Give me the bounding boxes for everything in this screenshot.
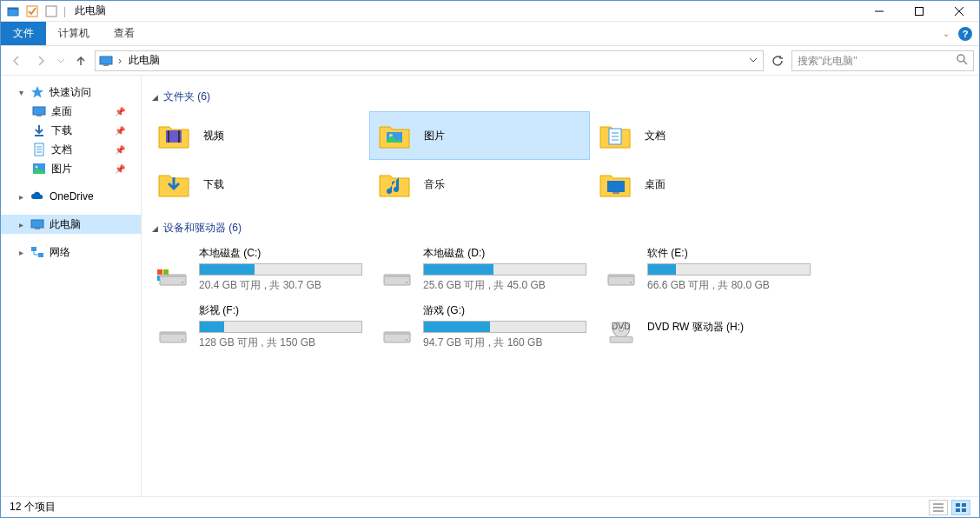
navigation-pane: ▾ 快速访问 桌面📌下载📌文档📌图片📌 ▸ OneDrive ▸ 此电脑 ▸ 网… bbox=[1, 76, 142, 496]
svg-rect-64 bbox=[956, 508, 960, 512]
svg-point-48 bbox=[630, 282, 632, 283]
drive-usage-bar bbox=[423, 321, 586, 333]
search-input[interactable] bbox=[798, 55, 945, 67]
drive-subtext: 25.6 GB 可用 , 共 45.0 GB bbox=[423, 278, 586, 293]
group-title: 设备和驱动器 (6) bbox=[163, 221, 242, 236]
search-icon[interactable] bbox=[956, 53, 968, 68]
address-box[interactable]: › 此电脑 bbox=[95, 50, 764, 71]
nav-up-button[interactable] bbox=[70, 50, 91, 71]
tree-label: 文档 bbox=[51, 143, 72, 157]
desktop-icon bbox=[32, 104, 46, 118]
help-icon[interactable]: ? bbox=[958, 27, 972, 41]
tree-item[interactable]: 图片📌 bbox=[1, 159, 141, 178]
folder-icon bbox=[156, 118, 191, 153]
drive-tile[interactable]: 影视 (F:)128 GB 可用 , 共 150 GB bbox=[149, 300, 369, 354]
view-tiles-button[interactable] bbox=[951, 500, 970, 515]
expand-icon[interactable]: ▾ bbox=[17, 88, 25, 97]
svg-point-10 bbox=[957, 55, 964, 62]
drive-label: DVD RW 驱动器 (H:) bbox=[647, 320, 811, 335]
tree-label: 下载 bbox=[51, 123, 72, 138]
svg-line-11 bbox=[963, 61, 967, 64]
svg-rect-44 bbox=[384, 275, 410, 277]
nav-forward-button[interactable] bbox=[30, 50, 51, 71]
nav-back-button[interactable] bbox=[6, 50, 27, 71]
drive-tile[interactable]: DVDDVD RW 驱动器 (H:) bbox=[597, 300, 818, 354]
breadcrumb-segment[interactable]: 此电脑 bbox=[127, 53, 162, 68]
maximize-button[interactable] bbox=[899, 1, 939, 22]
tree-label: 图片 bbox=[51, 162, 72, 176]
close-button[interactable] bbox=[939, 1, 979, 22]
content-area: ◢ 文件夹 (6) 视频图片文档下载音乐桌面 ◢ 设备和驱动器 (6) 本地磁盘… bbox=[142, 76, 979, 496]
folder-label: 音乐 bbox=[424, 177, 445, 192]
drive-tile[interactable]: 游戏 (G:)94.7 GB 可用 , 共 160 GB bbox=[373, 300, 593, 354]
expand-icon[interactable]: ▸ bbox=[17, 220, 25, 229]
collapse-icon[interactable]: ◢ bbox=[152, 224, 158, 233]
svg-point-42 bbox=[182, 282, 183, 283]
svg-rect-63 bbox=[962, 503, 966, 507]
folder-icon bbox=[156, 167, 191, 202]
expand-icon[interactable]: ▸ bbox=[17, 192, 25, 202]
tree-item[interactable]: 桌面📌 bbox=[1, 102, 141, 121]
ribbon-expand-icon[interactable]: ⌄ bbox=[943, 29, 950, 38]
pin-icon: 📌 bbox=[115, 107, 125, 116]
drive-usage-bar bbox=[423, 263, 586, 276]
drive-tile[interactable]: 本地磁盘 (C:)20.4 GB 可用 , 共 30.7 GB bbox=[149, 242, 369, 296]
drive-tile[interactable]: 本地磁盘 (D:)25.6 GB 可用 , 共 45.0 GB bbox=[373, 242, 593, 296]
cloud-icon bbox=[30, 189, 44, 203]
minimize-button[interactable] bbox=[859, 1, 899, 22]
ribbon-tab-view[interactable]: 查看 bbox=[102, 22, 147, 45]
qat-item[interactable] bbox=[25, 4, 39, 18]
status-text: 12 个项目 bbox=[10, 500, 56, 515]
star-icon bbox=[30, 85, 44, 99]
svg-rect-13 bbox=[36, 115, 42, 116]
view-details-button[interactable] bbox=[929, 500, 948, 515]
folder-icon bbox=[377, 118, 412, 153]
address-dropdown-icon[interactable] bbox=[744, 55, 763, 67]
search-box[interactable] bbox=[791, 50, 974, 71]
expand-icon[interactable]: ▸ bbox=[17, 248, 25, 257]
ribbon-tab-computer[interactable]: 计算机 bbox=[46, 22, 102, 45]
svg-rect-22 bbox=[35, 228, 40, 229]
ribbon-tab-file[interactable]: 文件 bbox=[1, 22, 46, 45]
drive-usage-bar bbox=[647, 263, 811, 276]
tree-item-quick-access[interactable]: ▾ 快速访问 bbox=[1, 83, 141, 102]
svg-rect-12 bbox=[33, 107, 45, 115]
folder-tile[interactable]: 音乐 bbox=[369, 160, 590, 209]
tree-item[interactable]: 下载📌 bbox=[1, 121, 141, 140]
svg-rect-27 bbox=[178, 130, 180, 143]
pictures-icon bbox=[32, 162, 46, 176]
tree-label: 此电脑 bbox=[50, 217, 81, 232]
refresh-button[interactable] bbox=[767, 50, 788, 71]
tree-item-this-pc[interactable]: ▸ 此电脑 bbox=[1, 215, 141, 234]
folder-tile[interactable]: 下载 bbox=[149, 160, 369, 209]
network-icon bbox=[30, 245, 44, 259]
title-bar: | 此电脑 bbox=[1, 1, 979, 22]
window-title: 此电脑 bbox=[75, 3, 106, 18]
folder-label: 文档 bbox=[645, 129, 665, 143]
folder-tile[interactable]: 桌面 bbox=[590, 160, 811, 209]
collapse-icon[interactable]: ◢ bbox=[152, 93, 158, 102]
chevron-right-icon[interactable]: › bbox=[116, 55, 123, 67]
svg-point-45 bbox=[406, 282, 407, 283]
drive-subtext: 66.6 GB 可用 , 共 80.0 GB bbox=[647, 278, 811, 293]
group-header-folders[interactable]: ◢ 文件夹 (6) bbox=[149, 90, 972, 104]
tree-item-onedrive[interactable]: ▸ OneDrive bbox=[1, 187, 141, 206]
drive-subtext: 94.7 GB 可用 , 共 160 GB bbox=[423, 335, 586, 350]
tree-item[interactable]: 文档📌 bbox=[1, 140, 141, 159]
svg-rect-1 bbox=[8, 8, 18, 10]
svg-rect-50 bbox=[160, 332, 186, 335]
folder-tile[interactable]: 图片 bbox=[369, 111, 590, 160]
drive-tile[interactable]: 软件 (E:)66.6 GB 可用 , 共 80.0 GB bbox=[597, 242, 818, 296]
qat-divider: | bbox=[63, 5, 66, 17]
drive-label: 本地磁盘 (D:) bbox=[423, 246, 586, 261]
folder-tile[interactable]: 文档 bbox=[590, 111, 811, 160]
group-header-drives[interactable]: ◢ 设备和驱动器 (6) bbox=[149, 221, 972, 236]
svg-point-51 bbox=[182, 339, 183, 341]
qat-item[interactable] bbox=[44, 4, 58, 18]
folder-tile[interactable]: 视频 bbox=[149, 111, 369, 160]
nav-recent-dropdown[interactable] bbox=[55, 50, 67, 71]
tree-item-network[interactable]: ▸ 网络 bbox=[1, 242, 141, 262]
svg-rect-3 bbox=[46, 6, 56, 17]
svg-rect-47 bbox=[608, 275, 634, 277]
svg-rect-65 bbox=[962, 508, 966, 512]
